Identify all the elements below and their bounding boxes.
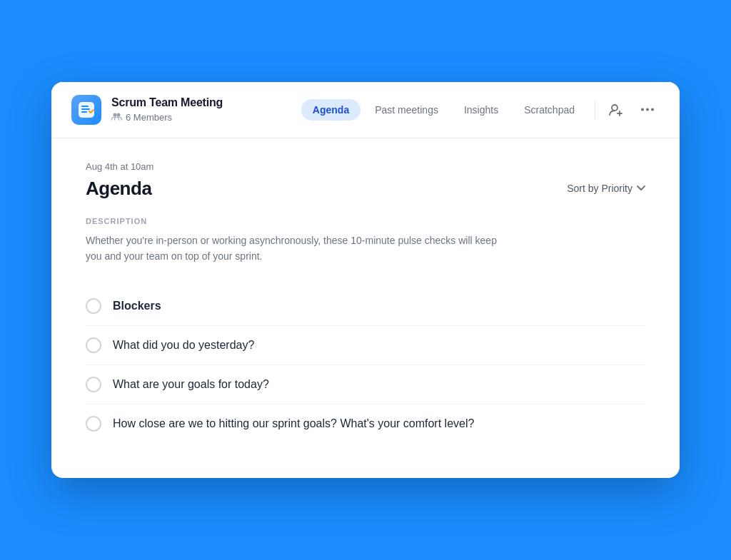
header-left: Scrum Team Meeting 6 Members	[71, 95, 301, 125]
agenda-header: Agenda Sort by Priority	[86, 178, 645, 200]
meeting-members: 6 Members	[111, 111, 223, 123]
app-window: Scrum Team Meeting 6 Members Agenda Past…	[51, 82, 680, 479]
sort-control[interactable]: Sort by Priority	[567, 183, 645, 194]
date-label: Aug 4th at 10am	[86, 161, 645, 172]
svg-point-1	[114, 113, 117, 117]
tab-past-meetings[interactable]: Past meetings	[363, 99, 450, 121]
item-text: What are your goals for today?	[113, 378, 269, 391]
header-actions	[604, 98, 660, 122]
sort-label: Sort by Priority	[567, 183, 632, 194]
members-count-label: 6 Members	[126, 112, 172, 123]
tab-agenda[interactable]: Agenda	[301, 99, 361, 121]
item-text: What did you do yesterday?	[113, 339, 254, 352]
tab-scratchpad[interactable]: Scratchpad	[513, 99, 586, 121]
description-section: DESCRIPTION Whether you're in-person or …	[86, 217, 645, 265]
agenda-item[interactable]: How close are we to hitting our sprint g…	[86, 404, 645, 444]
agenda-item[interactable]: What are your goals for today?	[86, 365, 645, 404]
members-icon	[111, 111, 122, 123]
item-checkbox[interactable]	[86, 416, 101, 432]
description-text: Whether you're in-person or working asyn…	[86, 233, 500, 265]
header: Scrum Team Meeting 6 Members Agenda Past…	[51, 82, 680, 138]
sort-arrow-icon	[637, 183, 645, 193]
agenda-items: Blockers What did you do yesterday? What…	[86, 287, 645, 444]
svg-point-2	[117, 113, 121, 117]
agenda-title: Agenda	[86, 178, 151, 200]
meeting-info: Scrum Team Meeting 6 Members	[111, 96, 223, 123]
add-member-button[interactable]	[604, 98, 628, 122]
svg-point-3	[612, 105, 617, 111]
more-options-button[interactable]	[635, 98, 660, 122]
svg-point-5	[646, 108, 649, 111]
main-content: Aug 4th at 10am Agenda Sort by Priority …	[51, 138, 680, 479]
svg-point-4	[641, 108, 644, 111]
agenda-item[interactable]: Blockers	[86, 287, 645, 326]
item-checkbox[interactable]	[86, 337, 101, 353]
app-icon	[71, 95, 101, 125]
item-text: Blockers	[113, 300, 161, 312]
meeting-title: Scrum Team Meeting	[111, 96, 223, 109]
nav-tabs: Agenda Past meetings Insights Scratchpad	[301, 99, 586, 121]
description-heading: DESCRIPTION	[86, 217, 645, 225]
svg-point-6	[651, 108, 654, 111]
item-checkbox[interactable]	[86, 377, 101, 392]
item-text: How close are we to hitting our sprint g…	[113, 417, 474, 430]
tab-insights[interactable]: Insights	[453, 99, 510, 121]
agenda-item[interactable]: What did you do yesterday?	[86, 326, 645, 365]
item-checkbox[interactable]	[86, 298, 101, 314]
header-divider	[595, 100, 595, 120]
